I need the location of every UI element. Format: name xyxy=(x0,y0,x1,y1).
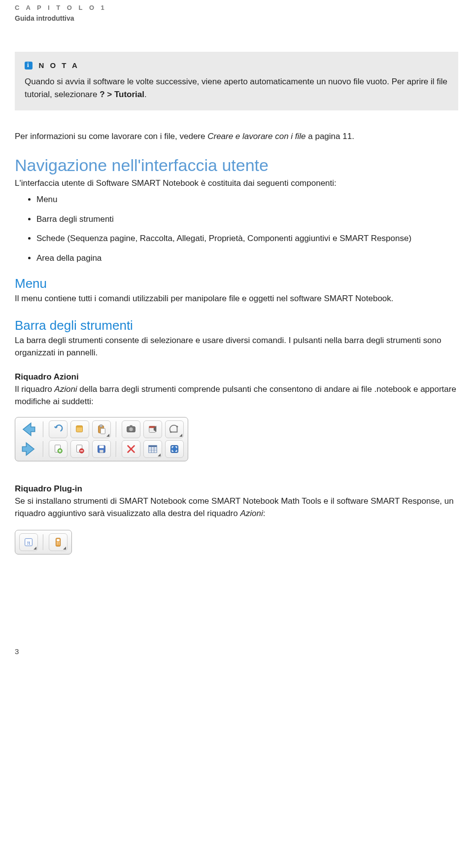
note-bold: ? > Tutorial xyxy=(100,90,144,99)
response-button[interactable] xyxy=(49,533,68,551)
svg-point-29 xyxy=(59,544,60,545)
svg-point-11 xyxy=(176,425,178,427)
note-body: Quando si avvia il software le volte suc… xyxy=(25,75,448,101)
list-item: Barra degli strumenti xyxy=(36,213,458,226)
page-number: 3 xyxy=(15,647,458,656)
svg-rect-20 xyxy=(149,445,157,447)
azioni-toolbar xyxy=(15,417,188,461)
delete-button[interactable] xyxy=(122,440,140,458)
plugin-ital: Azioni xyxy=(240,509,263,518)
info-icon xyxy=(25,62,33,69)
svg-point-26 xyxy=(57,542,58,543)
toolbar-separator xyxy=(116,421,117,437)
svg-point-27 xyxy=(59,542,60,543)
note-callout: N O T A Quando si avvia il software le v… xyxy=(15,52,458,110)
list-item: Area della pagina xyxy=(36,252,458,265)
note-end: . xyxy=(144,90,147,99)
add-page-button[interactable] xyxy=(49,440,68,458)
undo-button[interactable] xyxy=(49,420,68,438)
azioni-body: Il riquadro Azioni della barra degli str… xyxy=(15,383,458,408)
nav-intro: L'interfaccia utente di Software SMART N… xyxy=(15,177,458,190)
components-list: Menu Barra degli strumenti Schede (Seque… xyxy=(15,193,458,264)
plugin-body: Se si installano strumenti di SMART Note… xyxy=(15,495,458,520)
list-item: Menu xyxy=(36,193,458,206)
paste-button[interactable] xyxy=(92,420,111,438)
save-button[interactable] xyxy=(92,440,111,458)
doc-camera-button[interactable] xyxy=(143,420,162,438)
azioni-ital: Azioni xyxy=(54,384,77,394)
new-file-button[interactable] xyxy=(70,420,89,438)
svg-text:π: π xyxy=(27,539,31,546)
plugin-toolbar: π xyxy=(15,530,72,555)
list-item: Schede (Sequenza pagine, Raccolta, Alleg… xyxy=(36,232,458,245)
preinfo-paragraph: Per informazioni su come lavorare con i … xyxy=(15,130,458,143)
preinfo-pre: Per informazioni su come lavorare con i … xyxy=(15,132,207,141)
svg-rect-25 xyxy=(57,539,60,541)
toolbar-separator xyxy=(43,534,44,550)
svg-rect-3 xyxy=(100,425,102,427)
toolbar-separator xyxy=(43,421,44,437)
svg-rect-18 xyxy=(100,450,103,453)
svg-rect-17 xyxy=(99,445,103,448)
preinfo-post: a pagina 11. xyxy=(306,132,354,141)
shapes-button[interactable] xyxy=(165,420,184,438)
toolbar-separator xyxy=(116,441,117,457)
svg-point-10 xyxy=(170,431,172,433)
table-button[interactable] xyxy=(143,440,162,458)
heading-menu: Menu xyxy=(15,276,458,291)
note-title: N O T A xyxy=(38,61,79,69)
azioni-pre: Il riquadro xyxy=(15,384,54,394)
azioni-post: della barra degli strumenti comprende pu… xyxy=(15,384,456,407)
svg-rect-7 xyxy=(130,425,133,427)
chapter-label: C A P I T O L O 1 xyxy=(15,4,458,11)
heading-azioni: Riquadro Azioni xyxy=(15,372,458,382)
svg-point-6 xyxy=(129,427,133,431)
heading-barra: Barra degli strumenti xyxy=(15,318,458,333)
math-tools-button[interactable]: π xyxy=(19,533,38,551)
note-text-1: Quando si avvia il software le volte suc… xyxy=(25,77,389,86)
prev-page-button[interactable] xyxy=(19,420,38,438)
heading-navigazione: Navigazione nell'interfaccia utente xyxy=(15,156,458,175)
next-page-button[interactable] xyxy=(19,440,38,458)
svg-rect-4 xyxy=(101,428,105,434)
svg-rect-1 xyxy=(76,425,83,427)
fullscreen-button[interactable] xyxy=(165,440,184,458)
svg-point-28 xyxy=(57,544,58,545)
delete-page-button[interactable] xyxy=(70,440,89,458)
barra-body: La barra degli strumenti consente di sel… xyxy=(15,334,458,359)
toolbar-separator xyxy=(43,441,44,457)
heading-plugin: Riquadro Plug-in xyxy=(15,484,458,494)
preinfo-ital: Creare e lavorare con i file xyxy=(207,132,305,141)
plugin-post: : xyxy=(263,509,266,518)
plugin-pre: Se si installano strumenti di SMART Note… xyxy=(15,496,454,519)
chapter-subtitle: Guida introduttiva xyxy=(15,14,458,22)
screen-capture-button[interactable] xyxy=(122,420,140,438)
menu-body: Il menu contiene tutti i comandi utilizz… xyxy=(15,292,458,305)
